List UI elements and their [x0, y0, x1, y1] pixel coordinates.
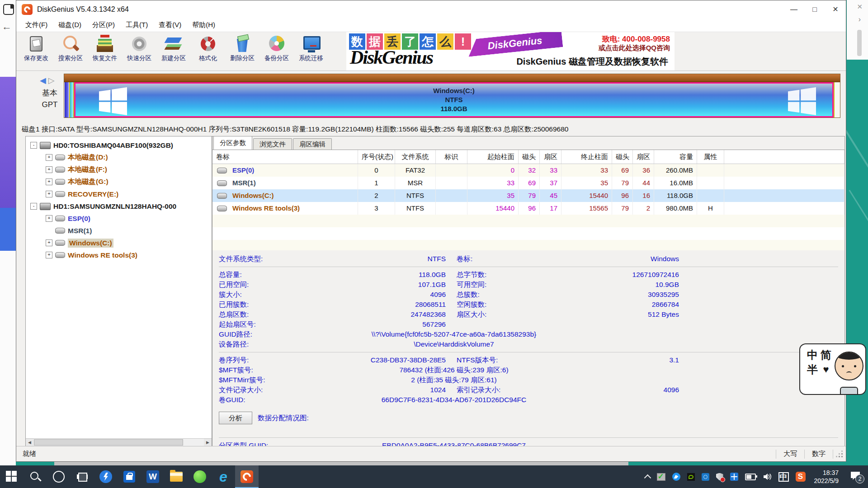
tree-item-recovery-e-[interactable]: +RECOVERY(E:) — [28, 188, 212, 200]
expander-icon[interactable]: + — [46, 215, 52, 222]
toolbar-button-quick[interactable]: 快速分区 — [122, 34, 156, 62]
menu-item-3[interactable]: 工具(T) — [120, 21, 153, 29]
tab-0[interactable]: 分区参数 — [213, 136, 252, 150]
expander-icon[interactable]: + — [46, 252, 52, 258]
nvidia-icon[interactable] — [687, 473, 695, 481]
close-button[interactable]: ✕ — [825, 0, 846, 19]
edge-icon[interactable]: e — [212, 465, 235, 488]
intel-graphics-icon[interactable] — [702, 473, 709, 481]
scroll-right-icon[interactable]: ▶ — [204, 439, 212, 446]
analyze-button[interactable]: 分析 — [219, 412, 252, 424]
ime-mode-halfwidth[interactable]: 半 — [806, 362, 819, 377]
expander-icon[interactable]: + — [46, 178, 52, 185]
table-row-msr-1-[interactable]: MSR(1)1MSR33693735794416.0MB — [212, 177, 844, 189]
table-row-esp-0-[interactable]: ESP(0)0FAT3203233336936260.0MB — [212, 164, 844, 177]
column-header[interactable]: 属性 — [697, 150, 724, 164]
background-scrollbar[interactable] — [857, 30, 862, 56]
tree-item-windows-re-tools-3-[interactable]: +Windows RE tools(3) — [28, 249, 212, 261]
toolbar-button-format[interactable]: 格式化 — [191, 34, 225, 62]
expander-icon[interactable]: + — [46, 191, 52, 197]
nav-prev-disk-icon[interactable]: ◀ — [40, 76, 46, 85]
task-view-button[interactable] — [71, 465, 94, 488]
toolbar-button-delete[interactable]: 删除分区 — [225, 34, 259, 62]
expander-icon[interactable]: - — [30, 142, 37, 149]
tim-icon[interactable] — [672, 473, 680, 481]
ad-banner[interactable]: 数据丢了怎么! DiskGenius DiskGenius 致电: 400-00… — [346, 32, 675, 70]
chevron-right-icon[interactable]: › — [859, 15, 861, 23]
taskbar-search-button[interactable] — [24, 465, 47, 488]
column-header[interactable]: 磁头 — [519, 150, 540, 164]
expander-icon[interactable]: + — [46, 154, 52, 161]
ad-qq-link[interactable]: 或点击此处选择QQ咨询 — [599, 44, 670, 52]
cortana-button[interactable] — [47, 465, 71, 488]
ime-mode-simplified[interactable]: 简 — [819, 348, 833, 362]
scrollbar-thumb[interactable] — [34, 439, 183, 446]
column-header[interactable]: 卷标 — [212, 150, 358, 164]
menu-item-0[interactable]: 文件(F) — [20, 21, 53, 29]
column-header[interactable]: 文件系统 — [395, 150, 436, 164]
expander-icon[interactable]: - — [30, 203, 37, 210]
tray-expand-icon[interactable] — [644, 474, 651, 481]
volume-icon[interactable] — [763, 473, 772, 481]
word-icon[interactable]: W — [141, 465, 165, 488]
column-header[interactable]: 扇区 — [633, 150, 654, 164]
update-ok-icon[interactable] — [657, 473, 665, 481]
tree-item-esp-0-[interactable]: +ESP(0) — [28, 212, 212, 225]
esp-partition-block[interactable] — [65, 82, 69, 117]
back-arrow-icon[interactable]: ← — [2, 21, 12, 33]
tab-1[interactable]: 浏览文件 — [253, 138, 292, 150]
heart-icon[interactable]: ♥ — [819, 362, 833, 377]
ime-mode-chinese[interactable]: 中 — [806, 348, 819, 362]
nav-next-disk-icon[interactable]: ▷ — [48, 76, 55, 85]
snowflake-tool-icon[interactable] — [730, 473, 738, 481]
diskgenius-taskbar-icon[interactable] — [235, 465, 259, 488]
background-close-icon[interactable]: ✕ — [857, 3, 863, 11]
thunder-icon[interactable] — [94, 465, 118, 488]
ime-status-panel[interactable]: 中 简 半 ♥ — [799, 343, 866, 395]
browser-360-icon[interactable] — [188, 465, 212, 488]
menu-item-5[interactable]: 帮助(H) — [187, 21, 221, 29]
toolbar-button-backup[interactable]: 备份分区 — [259, 34, 294, 62]
window-switch-icon[interactable] — [3, 4, 14, 15]
tree-item--g-[interactable]: +本地磁盘(G:) — [28, 176, 212, 188]
file-explorer-icon[interactable] — [165, 465, 188, 488]
column-header[interactable]: 磁头 — [612, 150, 633, 164]
msr-partition-block[interactable] — [69, 82, 74, 117]
column-header[interactable]: 序号(状态) — [358, 150, 395, 164]
maximize-button[interactable]: □ — [804, 0, 825, 19]
tree-item-windows-c-[interactable]: +Windows(C:) — [28, 237, 212, 249]
column-header[interactable]: 起始柱面 — [467, 150, 519, 164]
column-header[interactable]: 终止柱面 — [561, 150, 612, 164]
taskbar-clock[interactable]: 18:37 2022/5/9 — [814, 469, 839, 485]
toolbar-button-recover[interactable]: 恢复文件 — [88, 34, 122, 62]
battery-icon[interactable] — [745, 474, 756, 480]
sogou-tray-icon[interactable]: S — [796, 472, 806, 482]
resize-grip[interactable] — [835, 450, 844, 459]
tree-item-hd0-toshibamq04abf100-932gb-[interactable]: -HD0:TOSHIBAMQ04ABF100(932GB) — [28, 139, 212, 151]
defender-alert-icon[interactable] — [716, 473, 723, 481]
tab-2[interactable]: 扇区编辑 — [293, 138, 332, 150]
column-header[interactable]: 标识 — [436, 150, 467, 164]
expander-icon[interactable]: + — [46, 239, 52, 246]
tree-item-msr-1-[interactable]: +MSR(1) — [28, 225, 212, 237]
start-button[interactable] — [0, 465, 24, 488]
toolbar-button-save[interactable]: 保存更改 — [19, 34, 53, 62]
menu-item-2[interactable]: 分区(P) — [87, 21, 120, 29]
column-header[interactable]: 容量 — [654, 150, 697, 164]
table-row-windows-re-tools-3-[interactable]: Windows RE tools(3)3NTFS1544096171556579… — [212, 202, 844, 215]
expander-icon[interactable]: + — [46, 166, 52, 173]
column-header[interactable]: 扇区 — [540, 150, 561, 164]
toolbar-button-new[interactable]: 新建分区 — [156, 34, 191, 62]
minimize-button[interactable]: — — [783, 0, 804, 19]
toolbar-button-search[interactable]: 搜索分区 — [53, 34, 88, 62]
tree-item-hd1-samsungmznln128hahq-000[interactable]: -HD1:SAMSUNGMZNLN128HAHQ-000 — [28, 200, 212, 212]
toolbar-button-migrate[interactable]: 系统迁移 — [294, 34, 328, 62]
tree-horizontal-scrollbar[interactable]: ◀ ▶ — [26, 438, 212, 446]
action-center-button[interactable]: 2 — [850, 471, 863, 483]
menu-item-1[interactable]: 磁盘(D) — [53, 21, 87, 29]
store-icon[interactable] — [118, 465, 141, 488]
tree-item--f-[interactable]: +本地磁盘(F:) — [28, 164, 212, 176]
re-tools-partition-block[interactable] — [834, 82, 840, 117]
ime-indicator[interactable]: 中 — [778, 472, 789, 482]
menu-item-4[interactable]: 查看(V) — [153, 21, 187, 29]
